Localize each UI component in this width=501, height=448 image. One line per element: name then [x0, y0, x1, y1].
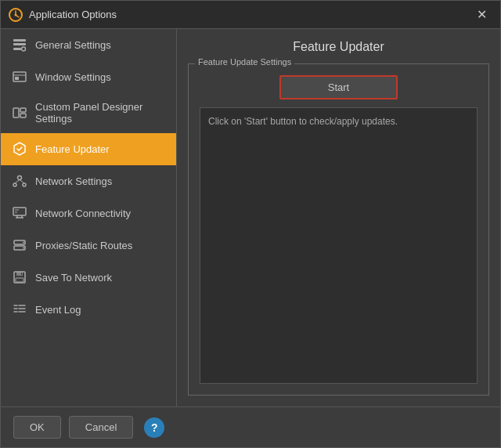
- feature-updater-label: Feature Updater: [35, 143, 110, 155]
- application-window: Application Options ✕ General Settings: [0, 0, 501, 448]
- svg-rect-6: [13, 72, 26, 81]
- svg-rect-4: [13, 48, 21, 50]
- svg-point-13: [13, 183, 16, 186]
- general-settings-label: General Settings: [35, 39, 111, 51]
- sidebar-item-save-to-network[interactable]: Save To Network: [1, 262, 176, 294]
- cancel-button[interactable]: Cancel: [69, 416, 133, 439]
- network-settings-label: Network Settings: [35, 175, 112, 187]
- network-settings-icon: [12, 173, 27, 189]
- sidebar-item-feature-updater[interactable]: Feature Updater: [1, 133, 176, 165]
- sidebar-item-event-log[interactable]: Event Log: [1, 294, 176, 326]
- panel-title: Feature Updater: [188, 40, 489, 54]
- save-to-network-icon: [12, 269, 27, 285]
- feature-update-settings-group: Feature Update Settings Start Click on '…: [188, 63, 489, 396]
- update-output: Click on 'Start' button to check/apply u…: [200, 107, 478, 384]
- svg-point-12: [18, 176, 22, 180]
- custom-panel-icon: [12, 105, 27, 121]
- window-title: Application Options: [29, 9, 470, 20]
- sidebar: General Settings Window Settings: [1, 29, 177, 406]
- app-icon: [9, 8, 23, 22]
- feature-updater-icon: [12, 141, 27, 157]
- svg-rect-9: [13, 108, 19, 117]
- footer: OK Cancel ?: [1, 406, 500, 447]
- sidebar-item-network-connectivity[interactable]: Network Connectivity: [1, 197, 176, 229]
- network-connectivity-label: Network Connectivity: [35, 208, 131, 219]
- window-settings-icon: [12, 69, 27, 85]
- sidebar-item-window-settings[interactable]: Window Settings: [1, 61, 176, 93]
- sidebar-item-network-settings[interactable]: Network Settings: [1, 165, 176, 197]
- sidebar-item-proxies[interactable]: Proxies/Static Routes: [1, 229, 176, 262]
- proxies-label: Proxies/Static Routes: [35, 240, 132, 251]
- main-panel: Feature Updater Feature Update Settings …: [177, 29, 500, 406]
- help-button[interactable]: ?: [144, 417, 164, 438]
- start-button[interactable]: Start: [279, 75, 398, 99]
- close-button[interactable]: ✕: [470, 4, 492, 26]
- svg-point-26: [23, 247, 24, 249]
- feature-update-settings-legend: Feature Update Settings: [195, 57, 294, 67]
- svg-rect-29: [16, 278, 23, 282]
- svg-point-14: [23, 183, 26, 186]
- svg-point-1: [15, 13, 17, 16]
- sidebar-item-general-settings[interactable]: General Settings: [1, 29, 176, 61]
- svg-point-25: [23, 242, 24, 244]
- svg-rect-17: [13, 208, 26, 215]
- svg-rect-30: [21, 273, 22, 275]
- svg-line-15: [15, 180, 20, 184]
- svg-rect-8: [15, 77, 19, 80]
- title-bar: Application Options ✕: [1, 1, 500, 29]
- svg-rect-2: [13, 39, 26, 42]
- svg-rect-11: [20, 114, 26, 117]
- save-to-network-label: Save To Network: [35, 272, 112, 284]
- svg-line-16: [20, 180, 24, 184]
- svg-rect-10: [20, 108, 26, 112]
- custom-panel-label: Custom Panel Designer Settings: [35, 101, 165, 125]
- general-settings-icon: [12, 37, 27, 52]
- event-log-icon: [12, 302, 27, 317]
- svg-rect-3: [13, 43, 26, 45]
- event-log-label: Event Log: [35, 304, 81, 316]
- proxies-icon: [12, 237, 27, 253]
- sidebar-item-custom-panel[interactable]: Custom Panel Designer Settings: [1, 93, 176, 133]
- network-connectivity-icon: [12, 205, 27, 221]
- window-settings-label: Window Settings: [35, 71, 111, 83]
- ok-button[interactable]: OK: [13, 416, 61, 439]
- start-button-wrapper: Start: [200, 75, 478, 99]
- content-area: General Settings Window Settings: [1, 29, 500, 406]
- svg-point-5: [22, 47, 26, 51]
